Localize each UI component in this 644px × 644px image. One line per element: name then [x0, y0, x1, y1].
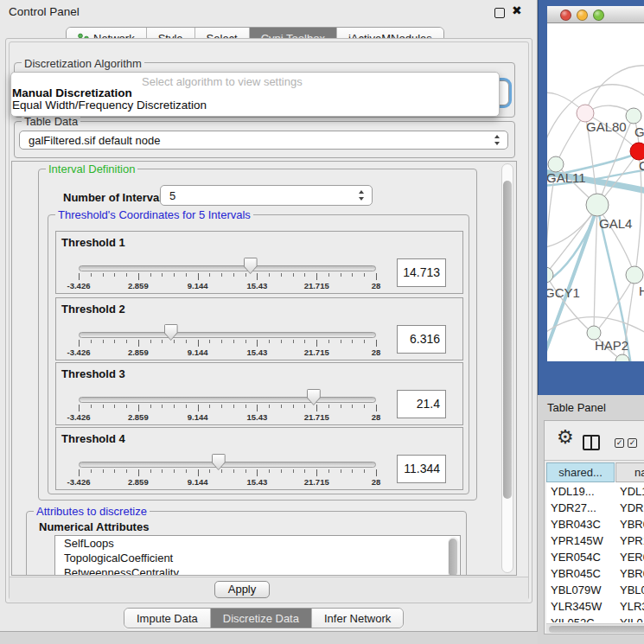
column-header-name[interactable]: na [615, 462, 644, 482]
table-row[interactable]: YDR27...YDR2 [546, 500, 644, 516]
table-row[interactable]: YLR345WYLR3 [546, 598, 644, 615]
scale-label: -3.426 [67, 477, 91, 487]
checkbox-icon[interactable]: ✓ [615, 438, 624, 448]
threshold-slider-track[interactable] [79, 332, 376, 338]
threshold-row: Threshold 1 -3.4262.8599.14415.4321.7152… [55, 231, 463, 294]
scale-label: 28 [372, 348, 381, 357]
cell-shared-name: YER054C [551, 551, 601, 564]
network-node[interactable] [615, 354, 629, 361]
table-row[interactable]: YIL052CYIL0 [546, 615, 644, 622]
scale-label: 15.43 [247, 477, 268, 487]
slider-major-ticks [79, 273, 377, 280]
network-window-titlebar[interactable] [547, 6, 644, 23]
threshold-label: Threshold 4 [61, 432, 125, 445]
slider-major-ticks [79, 469, 377, 476]
settings-scroll-area: Interval Definition Number of Intervals … [11, 161, 517, 576]
table-horizontal-scrollbar[interactable] [546, 623, 644, 633]
threshold-slider-track[interactable] [79, 265, 376, 271]
scale-label: -3.426 [67, 412, 91, 422]
numerical-attributes-list[interactable]: SelfLoopsTopologicalCoefficientBetweenne… [54, 535, 461, 576]
scale-label: 9.144 [188, 281, 208, 290]
network-edge-highlighted[interactable] [547, 208, 596, 284]
cell-shared-name: YDR27... [551, 501, 596, 514]
network-node-label: GAL11 [547, 170, 586, 185]
table-data-value: galFiltered.sif default node [29, 134, 160, 147]
table-row[interactable]: YDL19...YDL1 [546, 483, 644, 500]
algorithm-hint-item[interactable]: Select algorithm to view settings [142, 75, 303, 88]
cell-name: YER0 [620, 551, 644, 564]
table-row[interactable]: YER054CYER0 [546, 549, 644, 565]
algorithm-option[interactable]: Equal Width/Frequency Discretization [12, 99, 207, 112]
network-node[interactable] [547, 267, 553, 283]
network-node[interactable] [626, 108, 641, 124]
number-of-intervals-combobox[interactable]: 5 [160, 185, 373, 206]
attribute-item[interactable]: TopologicalCoefficient [55, 551, 460, 565]
cell-name: YPR1 [620, 534, 644, 547]
spinner-arrows-icon [359, 190, 365, 201]
threshold-value-field[interactable]: 11.344 [397, 455, 446, 483]
scale-label: 21.715 [304, 348, 329, 357]
network-node[interactable] [626, 266, 643, 284]
network-canvas[interactable]: GAL80GACGAL11GAL4GCY1HHAP2 [547, 23, 644, 361]
network-node-label: GAL80 [586, 119, 627, 134]
threshold-label: Threshold 2 [61, 303, 125, 316]
thresholds-group: Threshold's Coordinates for 5 Intervals … [48, 214, 469, 494]
number-of-intervals-label: Number of Intervals [63, 191, 169, 204]
table-body: YDL19...YDL1YDR27...YDR2YBR043CYBR0YPR14… [546, 483, 644, 622]
cell-shared-name: YIL052C [551, 616, 595, 622]
table-row[interactable]: YBR045CYBR0 [546, 565, 644, 582]
threshold-slider-track[interactable] [79, 397, 376, 403]
algorithm-option[interactable]: Manual Discretization [12, 86, 132, 99]
attributes-scrollbar[interactable] [448, 537, 459, 576]
threshold-slider-thumb[interactable] [164, 324, 178, 341]
scale-label: 2.859 [128, 348, 149, 357]
column-browser-icon[interactable] [583, 435, 600, 450]
attributes-group: Attributes to discretize Numerical Attri… [26, 511, 467, 576]
attribute-item[interactable]: SelfLoops [55, 536, 460, 551]
table-row[interactable]: YPR145WYPR1 [546, 532, 644, 549]
threshold-label: Threshold 3 [61, 367, 125, 380]
threshold-value-field[interactable]: 21.4 [397, 390, 446, 418]
scale-label: 15.43 [247, 348, 268, 357]
threshold-slider-thumb[interactable] [307, 389, 321, 405]
settings-scrollbar[interactable] [501, 163, 513, 573]
threshold-row: Threshold 3 -3.4262.8599.14415.4321.7152… [55, 362, 463, 425]
network-edge[interactable] [594, 207, 597, 331]
table-row[interactable]: YBL079WYBL0 [546, 582, 644, 598]
tab-discretize-data[interactable]: Discretize Data [211, 609, 312, 628]
scale-label: 21.715 [304, 281, 329, 290]
table-panel-title: Table Panel [547, 401, 606, 414]
scale-label: 15.43 [247, 281, 268, 290]
column-header-shared-name[interactable]: shared... [546, 462, 615, 482]
table-data-combobox[interactable]: galFiltered.sif default node [19, 131, 508, 150]
float-window-icon[interactable] [494, 8, 505, 18]
tab-infer-network[interactable]: Infer Network [312, 609, 403, 628]
table-data-label: Table Data [22, 115, 80, 128]
network-node[interactable] [586, 194, 609, 216]
cell-name: YBL0 [620, 583, 644, 596]
minimize-traffic-button[interactable] [577, 10, 588, 21]
algorithm-dropdown-popup: Select algorithm to view settings Manual… [10, 72, 500, 117]
scale-label: 2.859 [128, 412, 149, 422]
close-traffic-button[interactable] [560, 10, 571, 21]
cell-name: YBR0 [620, 567, 644, 580]
network-edge[interactable] [547, 207, 597, 272]
network-node[interactable] [630, 143, 644, 160]
close-icon[interactable]: ✖ [512, 3, 522, 17]
threshold-slider-track[interactable] [79, 462, 376, 468]
gear-icon[interactable]: ⚙ [557, 426, 574, 449]
cyni-mode-tabs: Impute DataDiscretize DataInfer Network [124, 608, 404, 628]
table-toolbar: ⚙ ✓ ✓ [545, 421, 644, 461]
threshold-value-field[interactable]: 6.316 [397, 325, 446, 354]
maximize-traffic-button[interactable] [593, 10, 604, 21]
apply-button[interactable]: Apply [214, 581, 270, 598]
threshold-value-field[interactable]: 14.713 [397, 258, 446, 287]
threshold-slider-thumb[interactable] [212, 454, 226, 470]
attribute-item[interactable]: BetweennessCentrality [55, 565, 460, 576]
table-row[interactable]: YBR043CYBR0 [546, 516, 644, 532]
checkbox-icon[interactable]: ✓ [628, 438, 637, 448]
tab-impute-data[interactable]: Impute Data [124, 609, 211, 628]
threshold-slider-thumb[interactable] [244, 258, 258, 274]
scale-label: 9.144 [188, 412, 208, 422]
tab-label: Discretize Data [223, 612, 299, 625]
